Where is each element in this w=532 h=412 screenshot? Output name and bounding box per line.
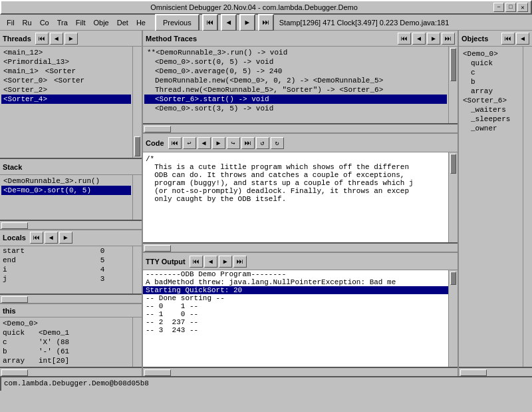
stack-item-sort[interactable]: <De=mo_0>.sort(0, 5) bbox=[1, 186, 131, 195]
tty-line-done: -- Done sorting -- bbox=[143, 294, 448, 302]
thread-item-main1[interactable]: <main_1> bbox=[1, 67, 41, 76]
code-content: /* This is a cute little program which s… bbox=[143, 152, 448, 242]
objects-back[interactable]: ◀ bbox=[516, 33, 529, 45]
menu-help[interactable]: He bbox=[132, 17, 150, 28]
locals-rewind[interactable]: ⏮ bbox=[30, 232, 43, 244]
trace-sorter-start[interactable]: <Sorter_6>.start() -> void bbox=[144, 95, 447, 104]
local-i: i 4 bbox=[0, 265, 132, 274]
stack-title: Stack bbox=[3, 163, 22, 171]
stack-item-run[interactable]: <DemoRunnable_3>.run() bbox=[1, 176, 131, 186]
obj-demo0-array[interactable]: array bbox=[460, 87, 521, 96]
trace-thread-new[interactable]: Thread.new(<DemoRunnable_5>, "Sorter") -… bbox=[144, 85, 447, 95]
thread-list: <main_12> <Primordial_13> <main_1> <Sort… bbox=[0, 47, 132, 158]
thread-item-sorter4[interactable]: <Sorter_4> bbox=[1, 95, 131, 104]
rewind-button[interactable]: ⏮ bbox=[202, 14, 218, 31]
menu-object[interactable]: Obje bbox=[90, 17, 113, 28]
tty-scrollbar-v[interactable] bbox=[448, 270, 458, 367]
previous-button[interactable]: Previous bbox=[155, 14, 200, 31]
code-rewind[interactable]: ⏮ bbox=[168, 137, 182, 149]
traces-back[interactable]: ◀ bbox=[412, 33, 426, 45]
this-scrollbar-v[interactable] bbox=[132, 317, 142, 367]
traces-rewind[interactable]: ⏮ bbox=[398, 33, 411, 45]
minimize-button[interactable]: − bbox=[493, 3, 504, 12]
code-refresh2[interactable]: ↻ bbox=[271, 137, 284, 149]
stack-header: Stack bbox=[0, 159, 142, 175]
threads-forward[interactable]: ▶ bbox=[65, 33, 78, 45]
thread-item-primordial[interactable]: <Primordial_13> bbox=[1, 57, 131, 67]
threads-title: Threads bbox=[3, 35, 31, 43]
this-array: array int[20] bbox=[1, 356, 131, 365]
obj-demo0-name[interactable]: <Demo_0> bbox=[460, 49, 521, 59]
obj-sorter6-owner[interactable]: _owner bbox=[460, 124, 521, 133]
traces-forward[interactable]: ▶ bbox=[427, 33, 440, 45]
code-back[interactable]: ◀ bbox=[198, 137, 211, 149]
tty-end[interactable]: ⏭ bbox=[233, 256, 247, 268]
menu-bar: Fil Ru Co Tra Filt Obje Det He Previous … bbox=[0, 15, 532, 31]
obj-sorter6-sleepers[interactable]: _sleepers bbox=[460, 114, 521, 124]
menu-file[interactable]: Fil bbox=[3, 17, 19, 28]
code-step-out[interactable]: ↪ bbox=[227, 137, 240, 149]
traces-scrollbar-v[interactable] bbox=[448, 47, 458, 123]
objects-rewind[interactable]: ⏮ bbox=[501, 33, 515, 45]
step-forward-button[interactable]: ▶ bbox=[239, 14, 255, 31]
trace-sort05[interactable]: <Demo_0>.sort(0, 5) -> void bbox=[144, 57, 447, 67]
thread-item-sorter2[interactable]: <Sorter_2> bbox=[1, 85, 131, 95]
objects-title: Objects bbox=[462, 35, 488, 43]
traces-end[interactable]: ⏭ bbox=[442, 33, 455, 45]
obj-sorter6-waiters[interactable]: _waiters bbox=[460, 105, 521, 114]
code-end[interactable]: ⏭ bbox=[241, 137, 255, 149]
trace-new-demo[interactable]: DemoRunnable.new(<Demo_0>, 0, 2) -> <Dem… bbox=[144, 76, 447, 85]
locals-scrollbar-h[interactable] bbox=[0, 294, 142, 303]
trace-run[interactable]: **<DemoRunnable_3>.run() -> void bbox=[144, 48, 447, 57]
code-header: Code ⏮ ↩ ◀ ▶ ↪ ⏭ ↺ ↻ bbox=[143, 134, 458, 152]
code-scrollbar-v[interactable] bbox=[448, 152, 458, 242]
this-header: this bbox=[0, 304, 142, 317]
tty-scrollbar-h[interactable] bbox=[143, 367, 458, 376]
obj-demo0-c[interactable]: c bbox=[460, 68, 521, 77]
tty-line-1: -- 1 0 -- bbox=[143, 310, 448, 318]
threads-scrollbar-v[interactable] bbox=[132, 47, 142, 158]
thread-item-main12[interactable]: <main_12> bbox=[1, 48, 131, 57]
locals-forward[interactable]: ▶ bbox=[59, 232, 72, 244]
stack-scrollbar-v[interactable] bbox=[132, 175, 142, 219]
tty-forward[interactable]: ▶ bbox=[219, 256, 232, 268]
fast-forward-button[interactable]: ⏭ bbox=[258, 14, 274, 31]
locals-back[interactable]: ◀ bbox=[45, 232, 58, 244]
trace-avg[interactable]: <Demo_0>.average(0, 5) -> 240 bbox=[144, 67, 447, 76]
menu-filter[interactable]: Filt bbox=[72, 17, 90, 28]
code-refresh[interactable]: ↺ bbox=[256, 137, 269, 149]
step-back-button[interactable]: ◀ bbox=[221, 14, 237, 31]
right-panel: Objects ⏮ ◀ <Demo_0> quick c b array <So… bbox=[459, 31, 532, 376]
trace-list: **<DemoRunnable_3>.run() -> void <Demo_0… bbox=[143, 47, 448, 123]
menu-trace[interactable]: Tra bbox=[53, 17, 72, 28]
thread-item-sorter0[interactable]: <Sorter_0> bbox=[1, 76, 49, 85]
locals-scrollbar-v[interactable] bbox=[132, 246, 142, 294]
traces-scrollbar-h[interactable] bbox=[143, 123, 458, 132]
obj-demo0-quick[interactable]: quick bbox=[460, 59, 521, 68]
threads-back[interactable]: ◀ bbox=[50, 33, 63, 45]
code-line-4: program (buggy!), and starts up a couple… bbox=[146, 179, 446, 187]
tty-back[interactable]: ◀ bbox=[204, 256, 217, 268]
stamp-info: Stamp[1296] 471 Clock[3.497] 0.223 Demo.… bbox=[279, 19, 450, 27]
objects-scrollbar-v[interactable] bbox=[523, 47, 532, 367]
objects-scrollbar-h[interactable] bbox=[459, 367, 532, 376]
obj-sorter6-name[interactable]: <Sorter_6> bbox=[460, 96, 521, 105]
thread-item-sorter-b[interactable]: <Sorter bbox=[52, 76, 86, 85]
this-scrollbar-h[interactable] bbox=[0, 367, 142, 376]
maximize-button[interactable]: □ bbox=[505, 3, 516, 12]
traces-title: Method Traces bbox=[146, 35, 197, 43]
thread-item-sorter-a[interactable]: <Sorter bbox=[43, 67, 78, 76]
menu-detail[interactable]: Det bbox=[113, 17, 132, 28]
menu-control[interactable]: Co bbox=[36, 17, 53, 28]
obj-demo0-b[interactable]: b bbox=[460, 77, 521, 87]
code-return[interactable]: ↩ bbox=[183, 137, 196, 149]
code-scrollbar-h[interactable] bbox=[143, 242, 458, 252]
trace-sort35[interactable]: <Demo_0>.sort(3, 5) -> void bbox=[144, 104, 447, 113]
stack-scrollbar-h[interactable] bbox=[0, 220, 142, 229]
code-forward[interactable]: ▶ bbox=[212, 137, 225, 149]
local-i-name: i bbox=[0, 265, 98, 274]
close-button[interactable]: ✕ bbox=[517, 3, 528, 12]
threads-rewind[interactable]: ⏮ bbox=[35, 33, 49, 45]
menu-run[interactable]: Ru bbox=[19, 17, 36, 28]
tty-rewind[interactable]: ⏮ bbox=[190, 256, 203, 268]
